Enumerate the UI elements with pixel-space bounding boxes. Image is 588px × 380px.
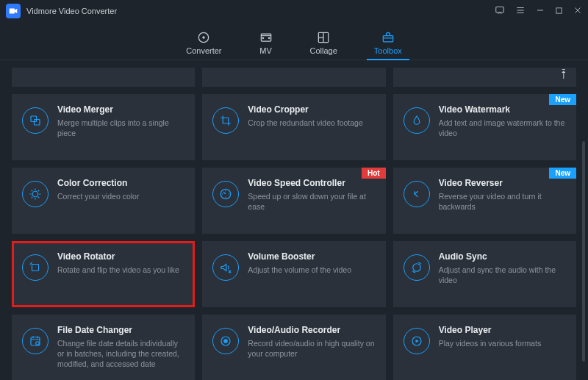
tool-text: Video ReverserReverse your video and tur…: [439, 178, 567, 212]
merger-icon: [22, 107, 49, 134]
tab-mv[interactable]: MV: [251, 22, 281, 60]
menu-icon[interactable]: [515, 5, 526, 17]
badge-new: New: [549, 94, 576, 105]
tool-desc: Adjust the volume of the video: [248, 265, 376, 275]
volume-icon: [212, 254, 239, 281]
tool-volume-booster[interactable]: Volume BoosterAdjust the volume of the v…: [202, 241, 385, 307]
app-title: Vidmore Video Converter: [26, 7, 117, 15]
tool-text: Video/Audio RecorderRecord video/audio i…: [248, 325, 376, 359]
tool-desc: Play videos in various formats: [439, 338, 567, 348]
tool-desc: Crop the redundant video footage: [248, 118, 376, 128]
date-icon: [22, 328, 49, 354]
tool-video-audio-recorder[interactable]: Video/Audio RecorderRecord video/audio i…: [202, 315, 385, 380]
tool-video-cropper[interactable]: Video CropperCrop the redundant video fo…: [202, 94, 385, 160]
svg-point-19: [224, 340, 228, 343]
tool-grid: ⭱Video MergerMerge multiple clips into a…: [12, 68, 576, 380]
main-tabs: ConverterMVCollageToolbox: [0, 22, 588, 60]
tool-desc: Adjust and sync the audio with the video: [439, 265, 567, 285]
tool-text: Video Speed ControllerSpeed up or slow d…: [248, 178, 376, 212]
svg-point-6: [268, 37, 270, 39]
tool-name: Video Cropper: [248, 104, 376, 115]
tool-name: Video Watermark: [439, 104, 567, 115]
tool-name: Audio Sync: [439, 251, 567, 262]
tool-name: Video Rotator: [57, 251, 186, 262]
titlebar: Vidmore Video Converter: [0, 0, 588, 22]
tool-name: Color Correction: [57, 178, 186, 188]
badge-hot: Hot: [362, 168, 386, 179]
tool-desc: Rotate and flip the video as you like: [57, 265, 186, 275]
tool-name: File Date Changer: [57, 325, 186, 335]
tab-label: Converter: [186, 46, 221, 55]
tool-text: Audio SyncAdjust and sync the audio with…: [439, 251, 567, 285]
tool-name: Video Reverser: [439, 178, 567, 188]
tool-audio-sync[interactable]: Audio SyncAdjust and sync the audio with…: [393, 241, 576, 307]
app-logo: [6, 4, 21, 18]
tool-name: Video Player: [439, 325, 567, 335]
svg-rect-9: [31, 116, 37, 122]
tool-name: Video Speed Controller: [248, 178, 376, 188]
tool-desc: Speed up or slow down your file at ease: [248, 191, 376, 212]
cropper-icon: [212, 107, 239, 134]
tool-card-partial[interactable]: ⭱: [393, 68, 576, 87]
tool-video-reverser[interactable]: Video ReverserReverse your video and tur…: [393, 168, 576, 234]
badge-new: New: [549, 168, 576, 179]
speed-icon: [212, 181, 239, 207]
upload-icon[interactable]: ⭱: [559, 68, 569, 79]
tool-text: File Date ChangerChange file date detail…: [57, 325, 186, 370]
svg-rect-10: [35, 120, 40, 126]
toolbox-content: ⭱Video MergerMerge multiple clips into a…: [0, 60, 588, 380]
color-icon: [22, 181, 49, 207]
reverse-icon: [404, 181, 430, 207]
tool-video-player[interactable]: Video PlayerPlay videos in various forma…: [393, 315, 576, 380]
svg-rect-14: [32, 265, 39, 271]
tool-text: Volume BoosterAdjust the volume of the v…: [248, 251, 376, 275]
tool-color-correction[interactable]: Color CorrectionCorrect your video color: [12, 168, 195, 234]
close-icon[interactable]: [573, 6, 582, 16]
sync-icon: [404, 254, 430, 281]
recorder-icon: [212, 328, 239, 354]
svg-point-5: [262, 37, 264, 39]
tool-text: Video CropperCrop the redundant video fo…: [248, 104, 376, 128]
window-controls: [495, 5, 582, 17]
maximize-icon[interactable]: [555, 7, 563, 16]
tab-label: Toolbox: [374, 46, 402, 55]
svg-point-15: [412, 264, 420, 272]
svg-point-3: [203, 36, 205, 38]
tab-collage[interactable]: Collage: [303, 22, 345, 60]
tool-text: Video MergerMerge multiple clips into a …: [57, 104, 186, 138]
minimize-icon[interactable]: [536, 6, 545, 16]
tool-text: Video PlayerPlay videos in various forma…: [439, 325, 567, 348]
scrollbar[interactable]: [582, 141, 585, 362]
tool-text: Video WatermarkAdd text and image waterm…: [439, 104, 567, 138]
tool-desc: Correct your video color: [57, 191, 186, 201]
tool-video-rotator[interactable]: Video RotatorRotate and flip the video a…: [12, 241, 195, 307]
player-icon: [404, 328, 430, 354]
tab-label: MV: [259, 46, 272, 55]
tool-desc: Reverse your video and turn it backwards: [439, 191, 567, 212]
svg-point-13: [412, 189, 422, 199]
tool-card-partial[interactable]: [12, 68, 195, 87]
tool-desc: Merge multiple clips into a single piece: [57, 118, 186, 138]
tab-label: Collage: [310, 46, 337, 55]
tool-video-speed-controller[interactable]: Video Speed ControllerSpeed up or slow d…: [202, 168, 385, 234]
tool-name: Video/Audio Recorder: [248, 325, 376, 335]
tool-name: Video Merger: [57, 104, 186, 115]
tool-desc: Record video/audio in high quality on yo…: [248, 338, 376, 359]
tool-video-watermark[interactable]: Video WatermarkAdd text and image waterm…: [393, 94, 576, 160]
svg-rect-0: [496, 7, 504, 12]
tab-toolbox[interactable]: Toolbox: [367, 22, 409, 60]
feedback-icon[interactable]: [495, 5, 505, 17]
tool-video-merger[interactable]: Video MergerMerge multiple clips into a …: [12, 94, 195, 160]
tool-text: Color CorrectionCorrect your video color: [57, 178, 186, 201]
tab-converter[interactable]: Converter: [179, 22, 229, 60]
tool-desc: Add text and image watermark to the vide…: [439, 118, 567, 138]
tool-desc: Change file date details individually or…: [57, 338, 186, 370]
svg-rect-1: [556, 7, 562, 12]
rotate-icon: [22, 254, 49, 281]
tool-file-date-changer[interactable]: File Date ChangerChange file date detail…: [12, 315, 195, 380]
watermark-icon: [404, 107, 430, 134]
tool-card-partial[interactable]: [202, 68, 385, 87]
tool-text: Video RotatorRotate and flip the video a…: [57, 251, 186, 275]
svg-point-11: [32, 191, 38, 197]
svg-rect-8: [383, 35, 392, 41]
